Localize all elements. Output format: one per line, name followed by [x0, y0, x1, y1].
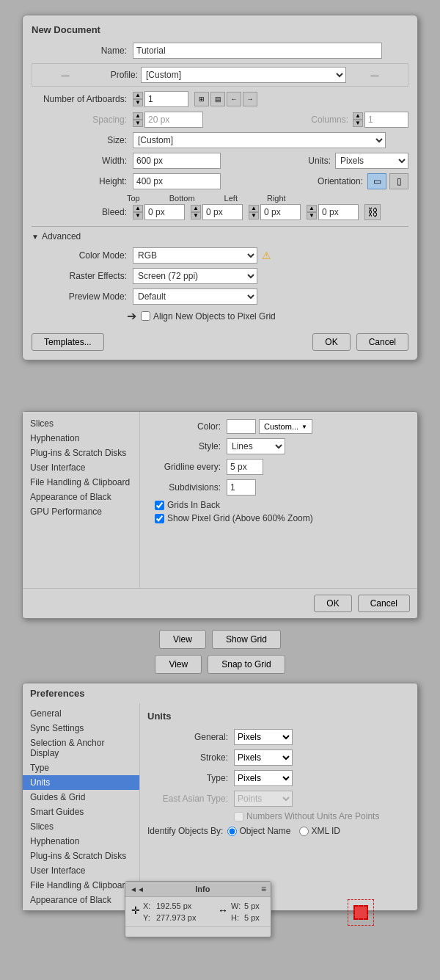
pref-item-selection[interactable]: Selection & Anchor Display [23, 736, 139, 761]
columns-down[interactable]: ▼ [353, 120, 363, 127]
spacing-down[interactable]: ▼ [133, 120, 143, 127]
raster-select[interactable]: Screen (72 ppi) [133, 268, 257, 284]
name-input[interactable] [133, 43, 382, 59]
size-select[interactable]: [Custom] [133, 132, 386, 148]
sidebar-item-gpu[interactable]: GPU Performance [23, 504, 139, 519]
grid-color-btn[interactable]: Custom... ▼ [259, 419, 312, 434]
bleed-left-arrows[interactable]: ▲ ▼ [249, 205, 259, 219]
info-h-label: H: [231, 913, 241, 922]
show-grid-button[interactable]: Show Grid [212, 630, 281, 649]
preview-select[interactable]: Default [133, 288, 257, 305]
pref-item-guides[interactable]: Guides & Grid [23, 790, 139, 805]
type-units-label: Type: [147, 773, 228, 783]
color-mode-select[interactable]: RGB [133, 247, 257, 264]
info-y-row: Y: 277.973 px [143, 913, 200, 922]
bleed-bottom-down[interactable]: ▼ [191, 212, 201, 219]
info-panel: ◄◄ Info ≡ ✛ X: 192.55 px Y: 277.973 px [125, 881, 271, 937]
east-asian-row: East Asian Type: Points [147, 791, 410, 807]
sidebar-item-hyphenation[interactable]: Hyphenation [23, 431, 139, 446]
templates-button[interactable]: Templates... [32, 333, 104, 351]
columns-arrows[interactable]: ▲ ▼ [353, 112, 363, 127]
landscape-btn[interactable]: ▯ [389, 173, 408, 189]
units-select[interactable]: Pixels [335, 153, 408, 169]
spacing-arrows[interactable]: ▲ ▼ [133, 112, 143, 127]
pref-item-general[interactable]: General [23, 706, 139, 721]
view-button-1[interactable]: View [159, 630, 206, 649]
stroke-units-select[interactable]: Pixels [234, 749, 293, 766]
artboard-grid-icon[interactable]: ⊞ [194, 92, 209, 106]
subdivisions-input[interactable] [227, 479, 256, 496]
info-y-label: Y: [143, 913, 153, 922]
width-input[interactable] [133, 153, 221, 169]
artboards-up[interactable]: ▲ [133, 92, 143, 99]
artboards-arrows[interactable]: ▲ ▼ [133, 92, 143, 106]
general-units-select[interactable]: Pixels [234, 729, 293, 745]
grids-in-back-checkbox[interactable] [155, 501, 164, 510]
xml-id-radio[interactable] [299, 827, 309, 836]
align-checkbox-label[interactable]: Align New Objects to Pixel Grid [141, 311, 276, 322]
artboards-down[interactable]: ▼ [133, 99, 143, 106]
advanced-triangle[interactable]: ▼ [32, 233, 39, 241]
sidebar-item-ui[interactable]: User Interface [23, 460, 139, 475]
pref-item-slices[interactable]: Slices [23, 819, 139, 834]
grid-ok-button[interactable]: OK [314, 595, 351, 612]
xml-id-option[interactable]: XML ID [299, 826, 340, 836]
pref-item-plugins[interactable]: Plug-ins & Scratch Disks [23, 849, 139, 863]
pref-item-hyphenation[interactable]: Hyphenation [23, 834, 139, 849]
view-button-2[interactable]: View [155, 655, 202, 674]
object-name-radio[interactable] [227, 827, 237, 836]
pref-item-file[interactable]: File Handling & Clipboard [23, 878, 139, 893]
cancel-button[interactable]: Cancel [356, 333, 408, 351]
pref-item-appearance[interactable]: Appearance of Black [23, 893, 139, 907]
artboard-right-icon[interactable]: → [243, 92, 257, 106]
bleed-bottom-up[interactable]: ▲ [191, 205, 201, 212]
pref-item-sync[interactable]: Sync Settings [23, 721, 139, 736]
bleed-right-up[interactable]: ▲ [307, 205, 317, 212]
info-panel-menu[interactable]: ≡ [261, 884, 266, 894]
pref-item-units[interactable]: Units [23, 775, 139, 790]
artboard-row-icon[interactable]: ▤ [210, 92, 225, 106]
bleed-top-input[interactable] [144, 204, 185, 220]
subdivisions-row: Subdivisions: [147, 479, 410, 496]
pref-item-smart-guides[interactable]: Smart Guides [23, 805, 139, 819]
sidebar-item-plugins[interactable]: Plug-ins & Scratch Disks [23, 446, 139, 460]
bleed-top-arrows[interactable]: ▲ ▼ [133, 205, 143, 219]
sidebar-item-appearance[interactable]: Appearance of Black [23, 490, 139, 504]
pref-item-ui[interactable]: User Interface [23, 863, 139, 878]
sidebar-item-file-handling[interactable]: File Handling & Clipboard [23, 475, 139, 490]
snap-to-grid-button[interactable]: Snap to Grid [208, 655, 285, 674]
columns-spinner: ▲ ▼ [353, 112, 408, 128]
columns-up[interactable]: ▲ [353, 112, 363, 120]
grid-style-select[interactable]: Lines [227, 438, 285, 454]
ok-button[interactable]: OK [312, 333, 350, 351]
bleed-right-down[interactable]: ▼ [307, 212, 317, 219]
bleed-left-up[interactable]: ▲ [249, 205, 259, 212]
bleed-top-group: ▲ ▼ [133, 204, 185, 220]
chain-btn[interactable]: ⛓ [364, 204, 381, 220]
bleed-bottom-arrows[interactable]: ▲ ▼ [191, 205, 201, 219]
bleed-left-down[interactable]: ▼ [249, 212, 259, 219]
info-panel-collapse[interactable]: ◄◄ [130, 885, 144, 893]
artboards-input[interactable] [144, 91, 188, 107]
profile-select[interactable]: [Custom] [141, 67, 346, 83]
bleed-bottom-input[interactable] [202, 204, 243, 220]
portrait-btn[interactable]: ▭ [367, 173, 386, 189]
height-input[interactable] [133, 173, 221, 189]
gridline-input[interactable] [227, 459, 263, 475]
identify-radio-group: Object Name XML ID [227, 826, 340, 836]
bleed-right-input[interactable] [318, 204, 359, 220]
bleed-right-arrows[interactable]: ▲ ▼ [307, 205, 317, 219]
object-name-option[interactable]: Object Name [227, 826, 290, 836]
bleed-left-input[interactable] [260, 204, 301, 220]
spacing-up[interactable]: ▲ [133, 112, 143, 120]
bleed-top-up[interactable]: ▲ [133, 205, 143, 212]
show-pixel-grid-checkbox[interactable] [155, 514, 164, 523]
pref-item-type[interactable]: Type [23, 761, 139, 775]
artboard-left-icon[interactable]: ← [227, 92, 241, 106]
bleed-top-down[interactable]: ▼ [133, 212, 143, 219]
info-panel-header: ◄◄ Info ≡ [125, 882, 271, 897]
type-units-select[interactable]: Pixels [234, 770, 293, 786]
align-checkbox[interactable] [141, 311, 150, 321]
grid-cancel-button[interactable]: Cancel [358, 595, 410, 612]
sidebar-item-slices[interactable]: Slices [23, 416, 139, 431]
